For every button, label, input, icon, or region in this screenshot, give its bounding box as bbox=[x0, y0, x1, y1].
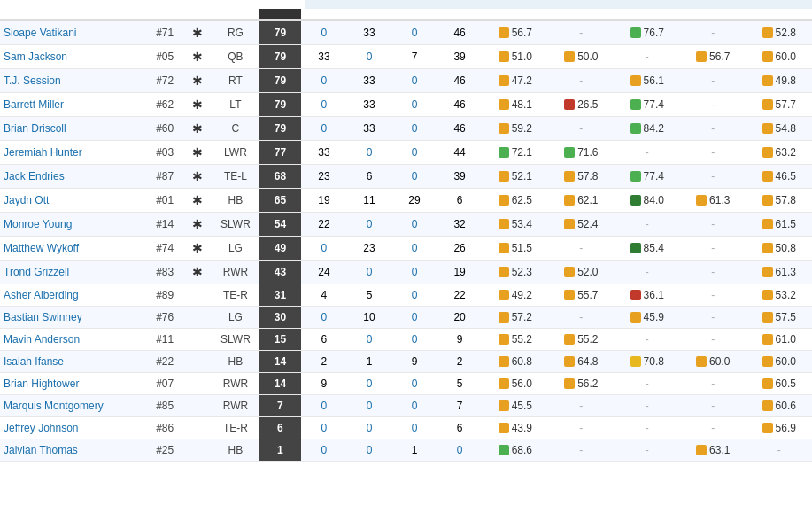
col-header-grade-run bbox=[680, 9, 746, 20]
player-name[interactable]: Asher Alberding bbox=[0, 284, 146, 307]
player-position: LG bbox=[212, 237, 259, 260]
grade-value: 61.3 bbox=[680, 189, 746, 213]
snap-pblk: 0 bbox=[346, 439, 391, 462]
grade-dash: - bbox=[680, 165, 746, 189]
grade-value: 62.1 bbox=[548, 189, 614, 213]
snap-run: 0 bbox=[392, 117, 437, 141]
starter-indicator: ✱ bbox=[183, 20, 212, 45]
table-row: Monroe Young #14 ✱ SLWR 54 22 0 0 32 53.… bbox=[0, 213, 812, 237]
grade-value: 55.7 bbox=[548, 284, 614, 307]
grade-dash: - bbox=[548, 69, 614, 93]
player-name[interactable]: Monroe Young bbox=[0, 213, 146, 237]
player-name[interactable]: Jaydn Ott bbox=[0, 189, 146, 213]
grade-value: 61.5 bbox=[746, 213, 812, 237]
player-position: TE-R bbox=[212, 417, 259, 439]
player-name[interactable]: Mavin Anderson bbox=[0, 329, 146, 351]
snap-rblk: 6 bbox=[437, 189, 483, 213]
player-name[interactable]: Jeffrey Johnson bbox=[0, 417, 146, 439]
grade-value: 43.9 bbox=[483, 417, 548, 439]
grade-value: 84.0 bbox=[615, 189, 680, 213]
grade-value: 53.2 bbox=[746, 284, 812, 307]
grade-dash: - bbox=[680, 237, 746, 260]
grade-dash: - bbox=[680, 141, 746, 165]
table-row: Bastian Swinney #76 LG 30 0 10 0 20 57.2… bbox=[0, 307, 812, 329]
player-position: LT bbox=[212, 93, 259, 117]
grade-dash: - bbox=[548, 417, 614, 439]
player-name[interactable]: Jaivian Thomas bbox=[0, 439, 146, 462]
player-name[interactable]: T.J. Session bbox=[0, 69, 146, 93]
snap-run: 0 bbox=[392, 307, 437, 329]
player-name[interactable]: Matthew Wykoff bbox=[0, 237, 146, 260]
snap-pass: 0 bbox=[301, 69, 346, 93]
snap-pblk: 6 bbox=[346, 165, 391, 189]
grade-value: 62.5 bbox=[483, 189, 548, 213]
player-position: RG bbox=[212, 20, 259, 45]
player-name[interactable]: Jack Endries bbox=[0, 165, 146, 189]
starter-indicator: ✱ bbox=[183, 213, 212, 237]
snap-pass: 0 bbox=[301, 395, 346, 417]
grade-dash: - bbox=[680, 213, 746, 237]
snap-total: 79 bbox=[259, 45, 302, 69]
player-position: LWR bbox=[212, 141, 259, 165]
table-row: Barrett Miller #62 ✱ LT 79 0 33 0 46 48.… bbox=[0, 93, 812, 117]
snap-pblk: 33 bbox=[346, 69, 391, 93]
grade-dash: - bbox=[615, 395, 680, 417]
col-header-off bbox=[483, 9, 548, 20]
grade-value: 49.2 bbox=[483, 284, 548, 307]
snap-rblk: 46 bbox=[437, 93, 483, 117]
table-row: Jaivian Thomas #25 HB 1 0 0 1 0 68.6 -- … bbox=[0, 439, 812, 462]
player-name[interactable]: Sam Jackson bbox=[0, 45, 146, 69]
grade-value: 57.8 bbox=[746, 189, 812, 213]
player-name[interactable]: Trond Grizzell bbox=[0, 260, 146, 284]
snap-rblk: 46 bbox=[437, 117, 483, 141]
snap-pblk: 33 bbox=[346, 117, 391, 141]
grade-dash: - bbox=[615, 329, 680, 351]
grade-value: 46.5 bbox=[746, 165, 812, 189]
snap-pblk: 10 bbox=[346, 307, 391, 329]
player-name[interactable]: Jeremiah Hunter bbox=[0, 141, 146, 165]
player-number: #62 bbox=[146, 93, 184, 117]
player-name[interactable]: Sioape Vatikani bbox=[0, 20, 146, 45]
starter-indicator: ✱ bbox=[183, 260, 212, 284]
grade-dash: - bbox=[548, 20, 614, 45]
player-name[interactable]: Brian Driscoll bbox=[0, 117, 146, 141]
grade-value: 45.5 bbox=[483, 395, 548, 417]
player-number: #76 bbox=[146, 307, 184, 329]
snap-total: 54 bbox=[259, 213, 302, 237]
snap-pblk: 0 bbox=[346, 329, 391, 351]
snap-run: 1 bbox=[392, 439, 437, 462]
grade-dash: - bbox=[680, 307, 746, 329]
snap-pass: 23 bbox=[301, 165, 346, 189]
snap-total: 15 bbox=[259, 329, 302, 351]
player-name[interactable]: Bastian Swinney bbox=[0, 307, 146, 329]
table-row: Asher Alberding #89 TE-R 31 4 5 0 22 49.… bbox=[0, 284, 812, 307]
player-number: #71 bbox=[146, 20, 184, 45]
grade-value: 60.5 bbox=[746, 373, 812, 395]
snap-rblk: 44 bbox=[437, 141, 483, 165]
grade-dash: - bbox=[746, 439, 812, 462]
grade-dash: - bbox=[615, 45, 680, 69]
col-header-position bbox=[212, 9, 259, 20]
snap-total: 6 bbox=[259, 417, 302, 439]
grade-dash: - bbox=[680, 417, 746, 439]
player-position: RT bbox=[212, 69, 259, 93]
grade-dash: - bbox=[615, 373, 680, 395]
grade-value: 61.0 bbox=[746, 329, 812, 351]
player-position: RWR bbox=[212, 395, 259, 417]
table-row: Jaydn Ott #01 ✱ HB 65 19 11 29 6 62.5 62… bbox=[0, 189, 812, 213]
snap-total: 14 bbox=[259, 351, 302, 373]
grade-value: 50.8 bbox=[746, 237, 812, 260]
grade-value: 61.3 bbox=[746, 260, 812, 284]
snap-pass: 0 bbox=[301, 417, 346, 439]
player-name[interactable]: Isaiah Ifanse bbox=[0, 351, 146, 373]
snap-pass: 2 bbox=[301, 351, 346, 373]
grade-value: 70.8 bbox=[615, 351, 680, 373]
snap-pass: 6 bbox=[301, 329, 346, 351]
player-position: TE-L bbox=[212, 165, 259, 189]
player-name[interactable]: Brian Hightower bbox=[0, 373, 146, 395]
snap-total: 49 bbox=[259, 237, 302, 260]
player-name[interactable]: Barrett Miller bbox=[0, 93, 146, 117]
snap-rblk: 9 bbox=[437, 329, 483, 351]
player-name[interactable]: Marquis Montgomery bbox=[0, 395, 146, 417]
table-row: Brian Hightower #07 RWR 14 9 0 0 5 56.0 … bbox=[0, 373, 812, 395]
